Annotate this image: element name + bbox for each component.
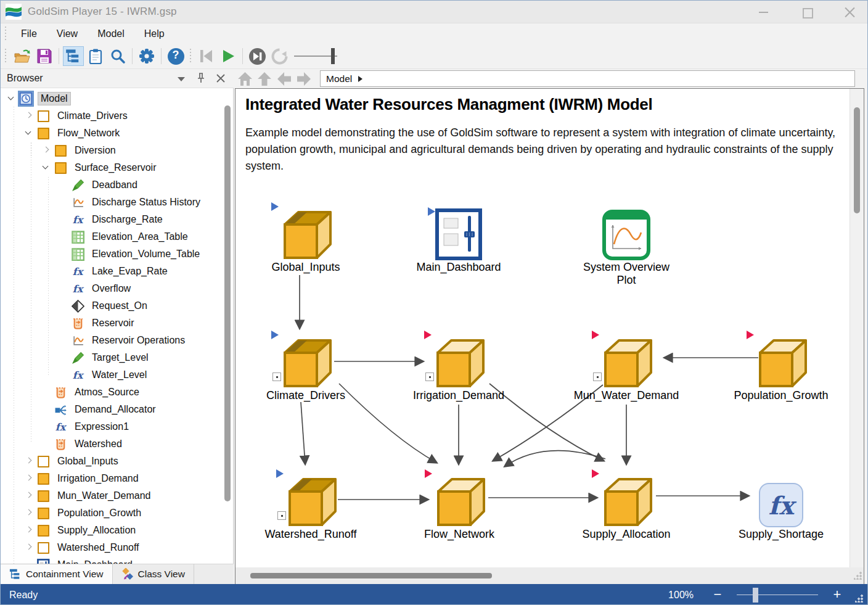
scrollbar-thumb[interactable] <box>854 107 860 213</box>
skip-back-icon <box>197 47 215 65</box>
tree-item-expression1[interactable]: Expression1 <box>1 418 233 435</box>
zoom-slider[interactable] <box>737 588 818 603</box>
red-flag-icon <box>747 331 754 339</box>
tree-item-diversion[interactable]: Diversion <box>1 142 233 159</box>
tree-item-discharge-rate[interactable]: Discharge_Rate <box>1 211 233 228</box>
chevron-collapsed-icon[interactable] <box>23 541 35 554</box>
maximize-button[interactable] <box>801 6 813 19</box>
node-flow-network[interactable]: Flow_Network <box>405 473 514 541</box>
allocator-icon <box>54 403 67 416</box>
tree-item-elevation-area-table[interactable]: Elevation_Area_Table <box>1 228 233 245</box>
tree-item-water-level[interactable]: Water_Level <box>1 366 233 384</box>
tab-class-view[interactable]: Class View <box>113 564 194 584</box>
container-icon <box>36 472 50 485</box>
help-button[interactable] <box>165 46 186 66</box>
close-button[interactable] <box>844 6 856 19</box>
tree-item-watershed-runoff[interactable]: Watershed_Runoff <box>1 539 233 556</box>
breadcrumb[interactable]: Model <box>320 70 855 87</box>
node-global-inputs[interactable]: Global_Inputs <box>252 206 360 274</box>
browser-toggle-button[interactable] <box>63 46 84 66</box>
up-button[interactable] <box>255 70 274 88</box>
blue-flag-icon <box>276 469 284 478</box>
tree-item-global-inputs[interactable]: Global_Inputs <box>1 453 233 470</box>
node-climate-drivers[interactable]: Climate_Drivers <box>252 334 360 402</box>
zoom-out-button[interactable] <box>711 588 724 602</box>
pin-icon[interactable] <box>194 72 208 85</box>
settings-button[interactable] <box>136 46 157 66</box>
canvas-vertical-scrollbar[interactable] <box>850 89 864 567</box>
model-canvas[interactable]: Integrated Water Resources Managment (IW… <box>235 89 850 567</box>
chevron-collapsed-icon[interactable] <box>23 455 35 467</box>
chevron-expanded-icon[interactable] <box>23 127 35 139</box>
status-diamond-icon <box>71 299 84 313</box>
menu-bar: File View Model Help <box>1 24 867 44</box>
resize-grip-icon[interactable] <box>855 594 864 603</box>
tree-item-population-growth[interactable]: Population_Growth <box>1 504 233 522</box>
zoom-in-button[interactable] <box>830 588 844 602</box>
minimize-button[interactable] <box>758 6 770 19</box>
zoom-slider-handle[interactable] <box>753 588 758 603</box>
skip-to-start-button[interactable] <box>195 46 216 66</box>
tree-item-discharge-status-history[interactable]: Discharge Status History <box>1 194 233 211</box>
tree-item-irrigation-demand[interactable]: Irrigation_Demand <box>1 470 233 487</box>
home-button[interactable] <box>235 70 255 88</box>
node-system-overview-plot[interactable]: System Overview Plot <box>572 206 681 287</box>
chevron-collapsed-icon[interactable] <box>23 472 35 485</box>
tree-item-climate-drivers[interactable]: Climate_Drivers <box>1 107 233 125</box>
run-button[interactable] <box>218 46 239 66</box>
tree-item-target-level[interactable]: Target_Level <box>1 349 233 366</box>
tree-item-flow-network[interactable]: Flow_Network <box>1 125 233 142</box>
node-watershed-runoff[interactable]: Watershed_Runoff <box>256 473 365 541</box>
tree-item-model[interactable]: Model <box>1 90 233 107</box>
forward-button[interactable] <box>294 70 314 88</box>
chevron-expanded-icon[interactable] <box>40 162 52 174</box>
menu-view[interactable]: View <box>47 26 88 42</box>
run-speed-slider[interactable] <box>294 46 342 66</box>
tree-item-surface-reservoir[interactable]: Surface_Reservoir <box>1 159 233 176</box>
tree-item-request-on[interactable]: Request_On <box>1 297 233 315</box>
close-panel-icon[interactable] <box>214 72 227 85</box>
chevron-collapsed-icon[interactable] <box>23 110 35 122</box>
node-supply-allocation[interactable]: Supply_Allocation <box>572 473 681 541</box>
node-supply-shortage[interactable]: Supply_Shortage <box>727 478 835 541</box>
node-population-growth[interactable]: Population_Growth <box>727 334 835 402</box>
tree-item-reservoir[interactable]: Reservoir <box>1 315 233 332</box>
tab-containment-view[interactable]: Containment View <box>1 564 113 584</box>
tree-item-lake-evap-rate[interactable]: Lake_Evap_Rate <box>1 263 233 280</box>
scrollbar-thumb[interactable] <box>250 573 492 578</box>
search-button[interactable] <box>107 46 128 66</box>
menu-file[interactable]: File <box>11 26 47 42</box>
slider-handle[interactable] <box>331 48 335 64</box>
data-pencil-icon <box>71 351 84 364</box>
chevron-collapsed-icon[interactable] <box>23 524 35 537</box>
breadcrumb-path[interactable]: Model <box>326 73 352 84</box>
node-irrigation-demand[interactable]: Irrigation_Demand <box>404 334 513 402</box>
tree-item-reservoir-operations[interactable]: Reservoir Operations <box>1 332 233 349</box>
node-mun-water-demand[interactable]: Mun_Water_Demand <box>572 334 681 402</box>
notes-button[interactable] <box>85 46 106 66</box>
tree-item-elevation-volume-table[interactable]: Elevation_Volume_Table <box>1 245 233 263</box>
menu-help[interactable]: Help <box>134 26 174 42</box>
chevron-collapsed-icon[interactable] <box>23 507 35 519</box>
tree-item-main-dashboard[interactable]: Main_Dashboard <box>1 556 233 564</box>
chevron-collapsed-icon[interactable] <box>23 490 35 502</box>
tree-item-mun-water-demand[interactable]: Mun_Water_Demand <box>1 487 233 504</box>
tree-item-atmos-source[interactable]: Atmos_Source <box>1 384 233 401</box>
menu-model[interactable]: Model <box>88 26 134 42</box>
open-button[interactable] <box>12 46 33 66</box>
chevron-expanded-icon[interactable] <box>6 93 18 105</box>
tree-item-supply-allocation[interactable]: Supply_Allocation <box>1 522 233 539</box>
run-to-end-button[interactable] <box>247 46 268 66</box>
reset-button[interactable] <box>269 46 290 66</box>
back-button[interactable] <box>274 70 294 88</box>
tree-item-deadband[interactable]: Deadband <box>1 176 233 194</box>
chevron-down-icon[interactable] <box>174 72 188 85</box>
browser-tab-bar: Containment View Class View <box>1 564 234 584</box>
canvas-horizontal-scrollbar[interactable] <box>235 567 864 584</box>
node-main-dashboard[interactable]: Main_Dashboard <box>404 206 513 274</box>
tree-item-watershed[interactable]: Watershed <box>1 435 233 453</box>
tree-item-demand-allocator[interactable]: Demand_Allocator <box>1 401 233 418</box>
save-button[interactable] <box>34 46 55 66</box>
tree-item-overflow[interactable]: Overflow <box>1 280 233 297</box>
chevron-collapsed-icon[interactable] <box>40 144 52 157</box>
